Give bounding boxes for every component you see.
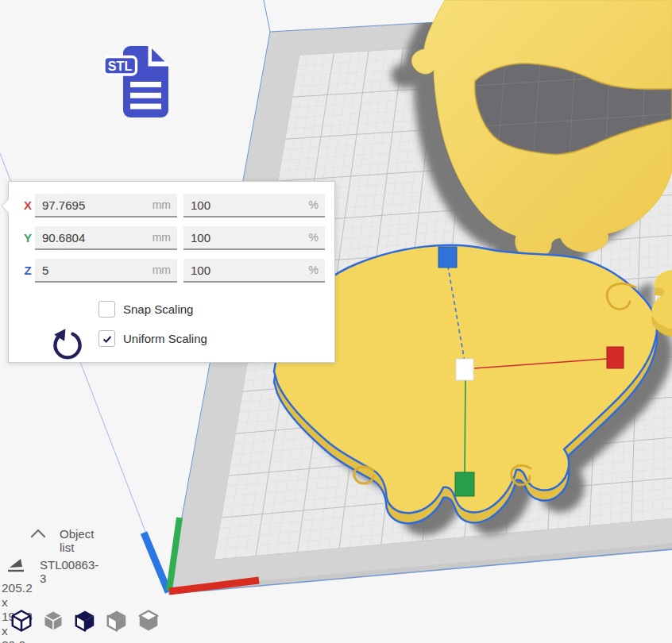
y-percent-field[interactable]: 100 %: [183, 226, 325, 250]
view-right-icon[interactable]: [137, 608, 160, 633]
percent-unit: %: [309, 264, 325, 276]
object-list-header[interactable]: Object list: [60, 527, 94, 554]
reset-scale-button[interactable]: [50, 326, 85, 364]
x-mm-field[interactable]: 97.7695 mm: [35, 194, 177, 218]
snap-scaling-row: Snap Scaling: [98, 301, 193, 318]
uniform-scaling-row: Uniform Scaling: [98, 330, 207, 347]
stl-label: STL: [108, 59, 133, 73]
uniform-scaling-label: Uniform Scaling: [123, 332, 207, 345]
mm-unit: mm: [153, 198, 177, 211]
checkmark-icon: [103, 336, 110, 341]
x-axis-label: X: [22, 198, 33, 212]
gizmo-handle-y[interactable]: [455, 472, 474, 496]
x-percent-field[interactable]: 100 %: [183, 194, 325, 218]
build-volume-edge: [264, 0, 270, 32]
folded-corner: [149, 44, 171, 67]
camera-view-toolbar: [10, 608, 160, 633]
model-icon: [6, 555, 25, 574]
scale-row-y: Y 90.6804 mm 100 %: [9, 226, 334, 250]
view-front-icon[interactable]: [41, 608, 65, 633]
z-axis-bar: [144, 533, 168, 592]
scale-row-x: X 97.7695 mm 100 %: [9, 194, 334, 218]
view-top-icon[interactable]: [73, 608, 97, 633]
y-axis-label: Y: [22, 231, 33, 244]
stl-file-icon: STL: [102, 40, 173, 124]
mm-unit: mm: [153, 264, 177, 276]
y-mm-field[interactable]: 90.6804 mm: [35, 226, 177, 250]
percent-unit: %: [309, 231, 325, 244]
scale-tool-panel: X 97.7695 mm 100 % Y 90.6804 mm 100 % Z: [8, 181, 335, 363]
z-percent-field[interactable]: 100 %: [183, 259, 325, 283]
model-name[interactable]: STL00863-3: [40, 558, 98, 585]
chevron-up-icon[interactable]: [29, 528, 48, 539]
cura-viewport-app: STL X 97.7695 mm 100 % Y 90.6804 mm: [0, 0, 672, 643]
percent-unit: %: [309, 198, 325, 211]
uniform-checkbox[interactable]: [98, 330, 115, 347]
gizmo-handle-z[interactable]: [438, 247, 457, 268]
mm-unit: mm: [153, 231, 177, 244]
snap-checkbox[interactable]: [98, 301, 115, 318]
z-mm-field[interactable]: 5 mm: [35, 259, 177, 283]
view-left-icon[interactable]: [105, 608, 129, 633]
snap-scaling-label: Snap Scaling: [123, 302, 193, 316]
scale-row-z: Z 5 mm 100 %: [9, 259, 334, 283]
view-3d-icon[interactable]: [10, 608, 33, 633]
gizmo-handle-x[interactable]: [607, 347, 624, 368]
z-axis-label: Z: [22, 264, 33, 277]
gizmo-handle-center[interactable]: [456, 359, 473, 380]
